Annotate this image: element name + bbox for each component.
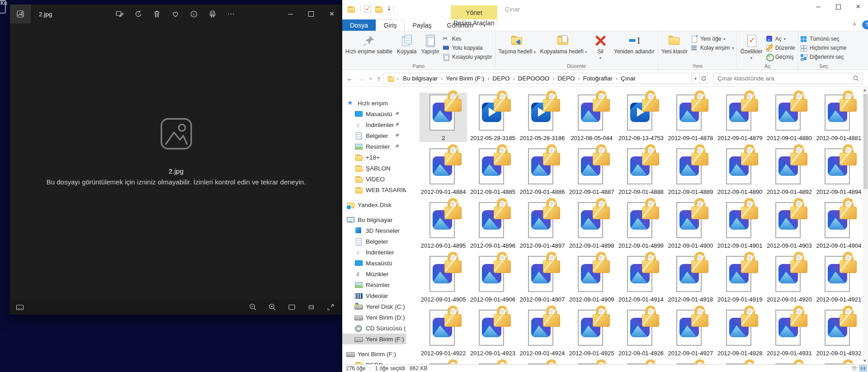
file-item[interactable]: 2012-09-01-4920 [765, 254, 813, 303]
sidebar-item-videolar[interactable]: Videolar [342, 290, 406, 301]
file-item[interactable]: 2012-05-28-3186 [519, 93, 566, 142]
sidebar-item-resimler[interactable]: Resimler [342, 141, 406, 152]
fullscreen-icon[interactable] [326, 303, 335, 311]
breadcrumb-segment[interactable]: Yeni Birim (F:) [443, 75, 487, 82]
scroll-down-icon[interactable] [863, 360, 866, 362]
sidebar-item-yeni-birim-d-[interactable]: Yeni Birim (D:) [342, 312, 406, 323]
file-item[interactable]: 2012-09-01-4919 [716, 254, 764, 303]
file-item[interactable]: 2012-09-01-4884 [420, 146, 467, 196]
close-button[interactable]: × [848, 0, 868, 14]
sidebar-item-i-ndirilenler[interactable]: İndirilenler [342, 119, 406, 130]
file-item[interactable]: 2012-09-01-4889 [667, 146, 714, 196]
sidebar-section-h-zl-eri-im[interactable]: Hızlı erişim [342, 98, 406, 108]
filmstrip-icon[interactable] [15, 303, 24, 311]
tab-file[interactable]: Dosya [342, 19, 376, 31]
sidebar-item-yeni-birim-f-[interactable]: Yeni Birim (F:) [342, 334, 406, 344]
paste-shortcut-button[interactable]: Kısayolu yapıştır [443, 52, 492, 61]
file-item[interactable]: 2012-09-01-4886 [519, 146, 566, 196]
copy-to-button[interactable]: Kopyalama hedefi ▾ [538, 32, 589, 55]
photos-app-button[interactable] [10, 5, 31, 24]
new-folder-button[interactable]: Yeni klasör [659, 32, 690, 55]
file-item[interactable]: 2012-09-01-4927 [667, 308, 714, 357]
open-button[interactable]: Aç ▾ [766, 34, 795, 43]
file-item[interactable]: 2012-09-01-4903 [765, 200, 813, 250]
sidebar-item-depo[interactable]: DEPO [342, 359, 406, 364]
copy-button[interactable]: Kopyala [395, 32, 419, 55]
maximize-button[interactable] [828, 0, 848, 14]
rename-button[interactable]: Yeniden adlandır [612, 32, 657, 55]
file-item[interactable]: 2012-09-01-4896 [469, 200, 516, 250]
file-item[interactable]: 2012-09-01-4909 [568, 254, 615, 303]
paste-button[interactable]: Yapıştır [419, 32, 441, 55]
thumbnails-view-button[interactable] [859, 365, 867, 372]
properties-button[interactable]: Özellikler▾ [738, 32, 764, 61]
easy-access-button[interactable]: Kolay erişim ▾ [691, 43, 734, 52]
details-view-button[interactable] [851, 365, 858, 372]
sidebar-section-bu-bilgisayar[interactable]: Bu bilgisayar [342, 214, 406, 225]
file-item[interactable]: 2012-09-01-4928 [716, 308, 764, 357]
tab-share[interactable]: Paylaş [405, 19, 439, 31]
file-item[interactable]: 2012-09-01-4901 [716, 200, 764, 250]
sidebar-item-yerel-disk-c-[interactable]: Yerel Disk (C:) [342, 301, 406, 312]
collapse-ribbon-icon[interactable]: ∧ [853, 21, 856, 27]
file-item[interactable]: 2012-09-01-4904 [815, 200, 863, 250]
rotate-icon[interactable] [133, 9, 143, 19]
forward-icon[interactable]: → [356, 70, 366, 87]
edit-icon[interactable] [115, 9, 124, 19]
help-icon[interactable]: ? [862, 20, 868, 29]
sidebar-item-vi-deo[interactable]: VİDEO [342, 174, 406, 184]
select-all-button[interactable]: Tümünü seç [800, 34, 846, 43]
file-item[interactable]: 2012-05-28-3185 [469, 93, 516, 142]
customize-toolbar-caret-icon[interactable]: ▾ [388, 7, 390, 12]
file-item[interactable]: 2012-09-01-4931 [765, 308, 813, 357]
breadcrumb-segment[interactable]: Fotoğraflar [580, 75, 616, 82]
sidebar-item-belgeler[interactable]: Belgeler [342, 236, 406, 247]
file-item[interactable]: 2012-08-13-4753 [617, 93, 665, 142]
refresh-icon[interactable] [700, 73, 708, 84]
file-item[interactable]: 2012-09-01-4924 [519, 308, 566, 357]
history-button[interactable]: Geçmiş [766, 52, 795, 61]
minimize-button[interactable] [280, 5, 301, 24]
properties-icon[interactable] [364, 5, 371, 13]
sidebar-section-yeni-birim-f-[interactable]: Yeni Birim (F:) [342, 348, 406, 359]
up-icon[interactable]: ↑ [374, 70, 384, 87]
scroll-up-icon[interactable] [863, 89, 866, 91]
file-item[interactable]: 2012-09-01-4905 [420, 254, 467, 303]
file-item[interactable]: 2012-09-01-4921 [815, 254, 863, 303]
file-item[interactable]: 2012-09-01-4925 [568, 308, 615, 357]
zoom-out-icon[interactable] [249, 303, 257, 311]
maximize-button[interactable] [301, 5, 321, 24]
move-to-button[interactable]: Taşıma hedefi ▾ [496, 32, 538, 55]
file-item[interactable]: 2012-09-01-4890 [716, 146, 764, 196]
file-item[interactable]: 2012-09-01-4907 [519, 254, 566, 303]
zoom-in-icon[interactable] [268, 303, 277, 311]
copy-path-button[interactable]: Yolu kopyala [443, 43, 492, 52]
sidebar-item--18-[interactable]: +18+ [342, 152, 406, 163]
tab-picture-tools[interactable]: Resim Araçları [451, 19, 497, 27]
file-item[interactable]: 2012-09-01-4926 [617, 308, 665, 357]
more-icon[interactable] [226, 9, 236, 19]
folder-icon[interactable] [347, 5, 354, 13]
file-item[interactable]: 2012-09-01-4892 [765, 146, 813, 196]
info-icon[interactable] [189, 9, 198, 19]
breadcrumb-segment[interactable]: DEPO [554, 75, 578, 82]
file-item[interactable]: 2012-09-01-4914 [617, 254, 665, 303]
search-input[interactable] [717, 73, 849, 84]
sidebar-item-web-tasarimi-v[interactable]: WEB TASARIMI V [342, 184, 406, 195]
file-item[interactable]: 2012-08-05-044 [568, 93, 615, 142]
search-box[interactable] [713, 73, 863, 84]
sidebar-item-cd-s-r-c-s-e-[interactable]: CD Sürücüsü (E:) [342, 323, 406, 334]
address-dropdown-caret-icon[interactable]: ▾ [692, 73, 700, 84]
file-item[interactable]: 2012-09-01-4922 [420, 308, 467, 357]
sidebar-item-i-ndirilenler[interactable]: İndirilenler [342, 247, 406, 258]
file-item[interactable]: 2012-09-01-4879 [716, 93, 764, 142]
file-item[interactable]: 2012-09-01-4881 [815, 93, 863, 142]
file-item[interactable]: 2012-09-01-4899 [617, 200, 665, 250]
file-item[interactable]: 2012-09-01-4887 [568, 146, 615, 196]
sidebar-item-3d-nesneler[interactable]: 3D Nesneler [342, 225, 406, 236]
breadcrumb-segment[interactable]: Bu bilgisayar [400, 75, 441, 82]
sidebar-item-belgeler[interactable]: Belgeler [342, 130, 406, 141]
scrollbar-thumb[interactable] [863, 94, 868, 189]
back-icon[interactable]: ← [345, 70, 355, 87]
file-item[interactable]: 2012-09-01-4918 [667, 254, 714, 303]
